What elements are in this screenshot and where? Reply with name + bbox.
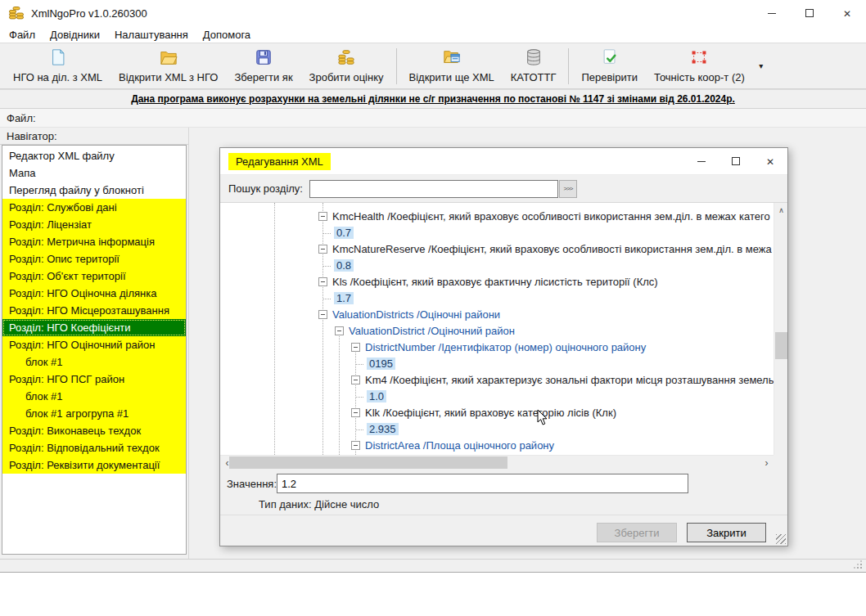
tree-node-row[interactable]: DistrictArea /Площа оціночного району bbox=[220, 437, 774, 453]
maximize-icon bbox=[732, 157, 740, 165]
status-bar bbox=[0, 559, 866, 573]
xml-tree: KmcHealth /Коефіцієнт, який враховує осо… bbox=[220, 203, 787, 469]
tree-value-row[interactable]: 2.935 bbox=[220, 420, 774, 437]
sidebar-item[interactable]: Розділ: Службові дані bbox=[2, 199, 186, 216]
toolbar-button-1[interactable]: НГО на діл. з XML bbox=[5, 46, 111, 87]
search-row: Пошук розділу: >>> bbox=[220, 175, 787, 203]
toolbar-button-5[interactable]: Відкрити ще XML bbox=[401, 46, 503, 87]
dialog-title: Редагування XML bbox=[228, 153, 331, 170]
value-label: Значення: bbox=[227, 478, 277, 490]
sidebar-item[interactable]: Розділ: Ліцензіат bbox=[2, 216, 186, 233]
collapse-expander-icon[interactable] bbox=[351, 343, 360, 352]
save-button[interactable]: Зберегти bbox=[597, 523, 677, 542]
tree-value-row[interactable]: 1.0 bbox=[220, 388, 774, 404]
scroll-right-icon[interactable] bbox=[760, 456, 774, 470]
sidebar-item[interactable]: Перегляд файлу у блокноті bbox=[2, 182, 186, 199]
sidebar-item[interactable]: Розділ: Відповідальний техдок bbox=[2, 439, 186, 456]
sidebar-item[interactable]: Розділ: НГО Оціночна ділянка bbox=[2, 285, 186, 302]
tree-value-row[interactable]: 1.7 bbox=[220, 290, 774, 306]
file-label: Файл: bbox=[7, 112, 36, 124]
toolbar-button-6[interactable]: КАТОТТГ bbox=[503, 46, 565, 87]
tree-vertical-scrollbar[interactable] bbox=[774, 203, 787, 469]
menu-item-3[interactable]: Налаштування bbox=[107, 27, 196, 43]
tree-branch-connector bbox=[355, 421, 363, 430]
menubar: ФайлДовідникиНалаштуванняДопомога bbox=[0, 26, 866, 43]
toolbar-button-7[interactable]: Перевірити bbox=[573, 46, 646, 87]
collapse-expander-icon[interactable] bbox=[351, 408, 360, 417]
tree-value-label: 1.7 bbox=[334, 292, 354, 304]
tree-node-label: DistrictArea /Площа оціночного району bbox=[365, 439, 554, 452]
close-icon bbox=[766, 154, 774, 169]
sidebar-item[interactable]: Розділ: Реквізити документації bbox=[2, 456, 186, 474]
close-dialog-button[interactable]: Закрити bbox=[687, 523, 766, 542]
sidebar-item[interactable]: Розділ: НГО Місцерозташування bbox=[2, 302, 186, 319]
caret-down-icon[interactable] bbox=[753, 46, 769, 87]
vertical-scroll-thumb[interactable] bbox=[775, 332, 787, 359]
tree-value-row[interactable]: 0195 bbox=[220, 355, 774, 371]
sidebar-item[interactable]: Розділ: НГО ПСГ район bbox=[2, 371, 186, 388]
search-go-button[interactable]: >>> bbox=[559, 180, 577, 198]
tree-node-row[interactable]: ValuationDistrict /Оціночний район bbox=[220, 322, 774, 339]
tree-node-row[interactable]: KmcHealth /Коефіцієнт, який враховує осо… bbox=[220, 208, 774, 224]
collapse-expander-icon[interactable] bbox=[318, 310, 327, 319]
value-input[interactable] bbox=[277, 474, 688, 493]
horizontal-scroll-thumb[interactable] bbox=[229, 456, 507, 469]
sidebar-item[interactable]: Розділ: Метрична інформація bbox=[2, 233, 186, 250]
dialog-maximize-button[interactable] bbox=[719, 148, 753, 175]
collapse-expander-icon[interactable] bbox=[351, 375, 360, 384]
tree-value-row[interactable]: 0.8 bbox=[220, 257, 774, 273]
navigator-header: Навігатор: bbox=[0, 128, 188, 145]
tree-node-row[interactable]: DistrictNumber /Ідентифікатор (номер) оц… bbox=[220, 339, 774, 355]
dialog-minimize-button[interactable] bbox=[684, 148, 719, 175]
toolbar-button-label: Відкрити ще XML bbox=[409, 71, 494, 83]
tree-value-label: 1.0 bbox=[367, 390, 386, 402]
sidebar-item[interactable]: блок #1 bbox=[2, 353, 186, 371]
sidebar-item[interactable]: Розділ: Опис території bbox=[2, 250, 186, 268]
sidebar-item[interactable]: Розділ: Об'єкт території bbox=[2, 268, 186, 285]
collapse-expander-icon[interactable] bbox=[318, 245, 327, 254]
collapse-expander-icon[interactable] bbox=[351, 441, 360, 450]
tree-node-row[interactable]: KmcNatureReserve /Коефіцієнт, який врахо… bbox=[220, 241, 774, 257]
collapse-expander-icon[interactable] bbox=[318, 277, 327, 286]
close-button[interactable] bbox=[828, 0, 866, 26]
window-size-grip[interactable] bbox=[860, 567, 862, 569]
tree-value-row[interactable]: 0.7 bbox=[220, 224, 774, 241]
database-icon bbox=[525, 48, 543, 70]
value-panel: Значення: Тип даних: Дійсне число bbox=[220, 469, 787, 515]
save-floppy-icon bbox=[255, 48, 273, 70]
toolbar-button-4[interactable]: Зробити оцінку bbox=[301, 46, 392, 87]
toolbar-button-3[interactable]: Зберегти як bbox=[226, 46, 300, 87]
sidebar-item[interactable]: Розділ: НГО Оціночний район bbox=[2, 336, 186, 353]
xml-tree-content[interactable]: KmcHealth /Коефіцієнт, який враховує осо… bbox=[220, 203, 774, 455]
toolbar-button-label: НГО на діл. з XML bbox=[13, 71, 102, 83]
tree-node-row[interactable]: Km4 /Коефіцієнт, який характеризує зонал… bbox=[220, 371, 774, 388]
window-title: XmlNgoPro v1.0.260300 bbox=[31, 7, 147, 20]
file-row: Файл: bbox=[0, 109, 866, 128]
sidebar-item[interactable]: Мапа bbox=[2, 164, 186, 182]
menu-item-4[interactable]: Допомога bbox=[196, 27, 258, 43]
tree-node-row[interactable]: ValuationDistricts /Оціночні райони bbox=[220, 306, 774, 322]
tree-node-row[interactable]: Kls /Коефіцієнт, який враховує фактичну … bbox=[220, 273, 774, 290]
menu-item-1[interactable]: Файл bbox=[2, 27, 43, 43]
navigator-list[interactable]: Редактор XML файлуМапаПерегляд файлу у б… bbox=[2, 145, 187, 555]
resize-grip-icon[interactable] bbox=[776, 534, 786, 544]
mouse-cursor bbox=[537, 409, 548, 426]
toolbar-button-2[interactable]: Відкрити XML з НГО bbox=[111, 46, 226, 87]
search-input[interactable] bbox=[309, 180, 558, 198]
sidebar-item[interactable]: Редактор XML файлу bbox=[2, 147, 186, 164]
sidebar-item[interactable]: блок #1 bbox=[2, 388, 186, 405]
edit-xml-dialog: Редагування XML Пошук розділу: >>> KmcHe… bbox=[219, 147, 788, 546]
menu-item-2[interactable]: Довідники bbox=[43, 27, 107, 43]
tree-node-row[interactable]: Klk /Коефіцієнт, який враховує категорію… bbox=[220, 404, 774, 420]
sidebar-item[interactable]: Розділ: НГО Коефіцієнти bbox=[2, 319, 186, 336]
tree-horizontal-scrollbar[interactable] bbox=[220, 455, 774, 469]
toolbar-button-8[interactable]: Точність коор-т (2) bbox=[646, 46, 753, 87]
scroll-up-icon[interactable] bbox=[774, 203, 788, 217]
sidebar-item[interactable]: блок #1 агрогрупа #1 bbox=[2, 405, 186, 422]
collapse-expander-icon[interactable] bbox=[318, 212, 327, 221]
sidebar-item[interactable]: Розділ: Виконавець техдок bbox=[2, 422, 186, 439]
minimize-button[interactable] bbox=[753, 0, 791, 26]
collapse-expander-icon[interactable] bbox=[335, 326, 344, 335]
dialog-close-button[interactable] bbox=[753, 148, 787, 175]
maximize-button[interactable] bbox=[791, 0, 828, 26]
